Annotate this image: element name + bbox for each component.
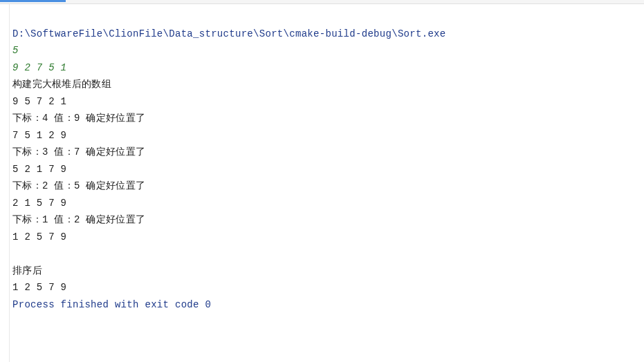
user-input-count: 5 bbox=[12, 45, 19, 56]
output-line: 7 5 1 2 9 bbox=[12, 130, 66, 141]
output-line: 下标：3 值：7 确定好位置了 bbox=[12, 146, 145, 158]
output-line: 构建完大根堆后的数组 bbox=[12, 79, 111, 90]
output-line: 下标：2 值：5 确定好位置了 bbox=[12, 180, 145, 191]
output-line: 2 1 5 7 9 bbox=[12, 198, 66, 209]
user-input-array: 9 2 7 5 1 bbox=[12, 62, 66, 73]
active-tab-indicator bbox=[0, 0, 66, 2]
output-line: 1 2 5 7 9 bbox=[12, 282, 66, 293]
output-line: 下标：1 值：2 确定好位置了 bbox=[12, 214, 145, 225]
console-gutter bbox=[0, 4, 10, 362]
console-output[interactable]: D:\SoftwareFile\ClionFile\Data_structure… bbox=[10, 4, 644, 362]
output-line: 9 5 7 2 1 bbox=[12, 96, 66, 107]
executable-path: D:\SoftwareFile\ClionFile\Data_structure… bbox=[12, 28, 446, 39]
process-exit-message: Process finished with exit code 0 bbox=[12, 299, 211, 310]
output-line: 下标：4 值：9 确定好位置了 bbox=[12, 113, 145, 124]
output-line: 1 2 5 7 9 bbox=[12, 231, 66, 242]
output-line: 5 2 1 7 9 bbox=[12, 164, 66, 175]
output-line: 排序后 bbox=[12, 265, 42, 276]
console-area: D:\SoftwareFile\ClionFile\Data_structure… bbox=[0, 4, 644, 362]
tab-bar bbox=[0, 0, 644, 4]
